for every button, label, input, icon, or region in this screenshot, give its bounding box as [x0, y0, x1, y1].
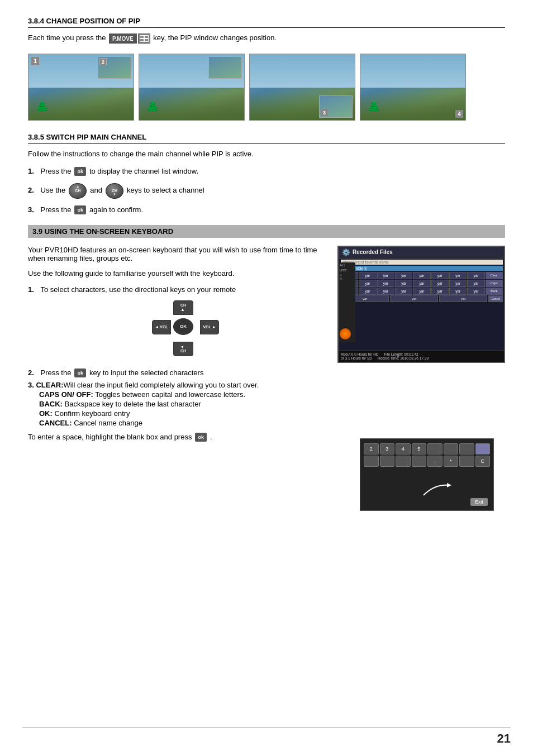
- pip-small-img: 2: [98, 56, 131, 79]
- step-39-num-3: 3.: [28, 381, 34, 389]
- cancel-text: Cancel name change: [74, 419, 142, 427]
- tree-icon-4: 🌲: [367, 100, 381, 113]
- kb-grid: 2 3 4 5 . *: [360, 439, 493, 469]
- rf-file-length: File Length: 00:01:42: [384, 352, 418, 356]
- rf-back: Back: [486, 288, 503, 295]
- rf-k8: yar: [467, 272, 484, 279]
- rf-usb: USB: [340, 269, 354, 272]
- step-num-2: 2.: [28, 185, 34, 197]
- section-39-left: Your PVR10HD features an on-screen keybo…: [28, 246, 326, 365]
- ok-label: OK:: [39, 409, 53, 418]
- section-384: 3.8.4 CHANGE POSITION OF PIP Each time y…: [28, 17, 505, 121]
- rf-k15: yar: [449, 280, 467, 287]
- kb-key-3: 3: [380, 443, 395, 454]
- pip-small-num-4: 4: [455, 110, 463, 118]
- kb-key-e2: [444, 443, 459, 454]
- ok-text: Confirm keyboard entry: [54, 409, 130, 418]
- dpad-left-button: ◄ VOL: [152, 320, 171, 334]
- rf-sd-info: or 3.1 Hours for SD: [341, 356, 372, 360]
- steps-39-remainder: 2. Press the ok key to input the selecte…: [28, 369, 505, 511]
- space-text: To enter a space, highlight the blank bo…: [28, 433, 192, 441]
- rf-main: ALL USB A B Please input favorite name P…: [339, 259, 504, 304]
- kb-key-e6: [396, 456, 411, 467]
- pmove-icon: [138, 34, 150, 44]
- rf-all: ALL: [340, 264, 354, 267]
- intro-text: Each time you press the: [28, 34, 106, 42]
- section-39-right: ⚙️ Recorded Files ALL USB A B Please inp…: [337, 246, 505, 365]
- svg-rect-1: [140, 36, 144, 38]
- clear-text: Will clear the input field completely al…: [64, 381, 259, 389]
- ok-key-2: ok: [74, 205, 86, 214]
- pip-image-2: 🌲: [139, 54, 245, 121]
- tree-icon: 🌲: [35, 100, 49, 113]
- step-1-text: Press the: [40, 166, 71, 178]
- rf-k4: yar: [395, 272, 412, 279]
- pmove-label: P.MOVE: [109, 34, 137, 44]
- rf-k19: yar: [377, 288, 394, 295]
- svg-rect-2: [145, 36, 148, 38]
- kb-key-e4: [364, 456, 379, 467]
- bottom-left: To enter a space, highlight the blank bo…: [28, 433, 351, 442]
- bottom-section: To enter a space, highlight the blank bo…: [28, 433, 505, 511]
- back-label: BACK:: [39, 400, 63, 408]
- page-number: 21: [497, 731, 511, 746]
- step-1-suffix: to display the channel list window.: [89, 166, 198, 178]
- rf-caps: Caps: [486, 280, 503, 287]
- rf-k24: yar: [467, 288, 484, 295]
- rf-k26: yar: [390, 295, 438, 302]
- kb-key-e7: [412, 456, 427, 467]
- kb-key-4: 4: [396, 443, 411, 454]
- section-385: 3.8.5 SWITCH PIP MAIN CHANNEL Follow the…: [28, 133, 505, 216]
- step-39-1-text: To select characters, use the directiona…: [40, 285, 236, 294]
- ok-key-space: ok: [195, 433, 207, 442]
- recorded-files-screenshot: ⚙️ Recorded Files ALL USB A B Please inp…: [337, 246, 505, 363]
- and-text: and: [90, 185, 102, 197]
- rf-k6: yar: [431, 272, 449, 279]
- rf-kb-row3: yar yar yar yar yar yar yar yar Back: [341, 288, 503, 295]
- dpad-center-label: OK: [180, 324, 187, 329]
- pip-image-3: 3: [249, 54, 355, 121]
- rf-k27: yar: [439, 295, 487, 302]
- rf-cancel: Cancel: [488, 295, 503, 302]
- rf-title: Recorded Files: [353, 249, 393, 255]
- para-2: Use the following guide to familiarise y…: [28, 269, 326, 277]
- rf-clear: Clear: [486, 272, 503, 279]
- step-39-num-2: 2.: [28, 369, 34, 377]
- para-1: Your PVR10HD features an on-screen keybo…: [28, 246, 326, 262]
- rf-k5: yar: [413, 272, 430, 279]
- ok-key-39-2: ok: [74, 369, 86, 377]
- back-text: Backspace key to delete the last charact…: [65, 400, 201, 408]
- pip-small-img-3: 3: [319, 95, 353, 118]
- ok-line: OK: Confirm keyboard entry: [39, 409, 505, 418]
- pip-small-num-3: 3: [321, 109, 328, 116]
- ch-up-button: ▲ CH: [69, 183, 87, 199]
- rf-kb-row1: yar yar yar yar yar yar yar yar Clear: [341, 272, 503, 279]
- dpad-up-label: CH▲: [180, 303, 186, 312]
- step-385-3: 3. Press the ok again to confirm.: [28, 204, 505, 216]
- directional-pad: CH▲ ◄ VOL OK VOL ► ▼: [152, 300, 219, 356]
- step-3-text: Press the: [40, 204, 71, 216]
- pip-image-1: 🌲 1 2: [28, 54, 134, 121]
- keyboard-screenshot: 2 3 4 5 . *: [360, 438, 494, 511]
- arrow-indicator: [418, 479, 463, 503]
- step-num-3: 3.: [28, 204, 34, 216]
- section-384-intro: Each time you press the P.MOVE key, the …: [28, 34, 505, 44]
- rf-footer: About 0.0 Hours for HD File Length: 00:0…: [339, 350, 504, 362]
- pip-small-num: 2: [99, 58, 107, 65]
- step-39-num-1: 1.: [28, 285, 34, 294]
- pip-images-row: 🌲 1 2 🌲 3 🌲 4: [28, 54, 505, 121]
- rf-kb-row4: yar yar yar Cancel: [341, 295, 503, 302]
- rf-b: B: [340, 277, 354, 280]
- step-385-2: 2. Use the ▲ CH and CH ▼ keys to select …: [28, 183, 505, 199]
- kb-key-e8: [459, 456, 474, 467]
- dpad-right-button: VOL ►: [200, 320, 219, 334]
- cancel-label: CANCEL:: [39, 419, 72, 427]
- dpad-up-button: CH▲: [173, 300, 193, 315]
- ok-key-1: ok: [74, 167, 86, 176]
- step-num-1: 1.: [28, 166, 34, 178]
- rf-k10: yar: [359, 280, 376, 287]
- rf-k23: yar: [449, 288, 467, 295]
- dpad-center-button: OK: [173, 318, 193, 335]
- step-39-2: 2. Press the ok key to input the selecte…: [28, 369, 505, 377]
- step-39-2-suffix: key to input the selected characters: [89, 369, 204, 377]
